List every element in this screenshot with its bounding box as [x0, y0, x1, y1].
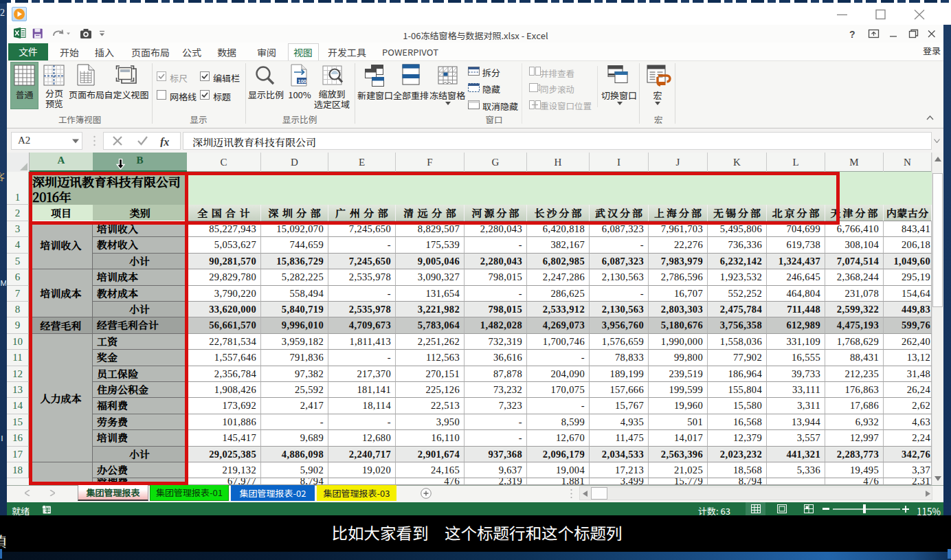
svg-text:100: 100	[298, 78, 307, 85]
svg-text:?: ?	[849, 29, 855, 39]
svg-text:fx: fx	[160, 136, 169, 147]
